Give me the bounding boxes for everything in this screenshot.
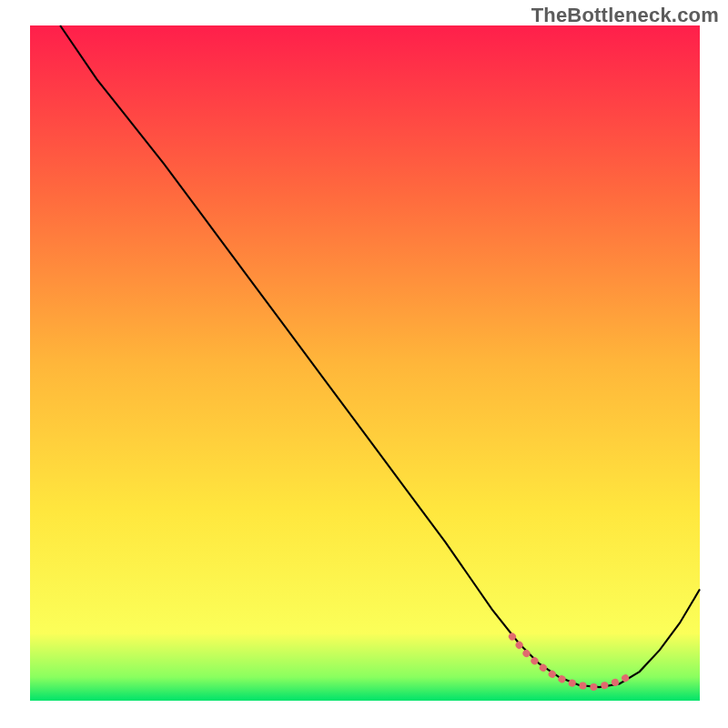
gradient-background [30, 25, 700, 701]
watermark-text: TheBottleneck.com [531, 4, 719, 27]
bottleneck-chart [0, 0, 728, 728]
chart-container: TheBottleneck.com [0, 0, 728, 728]
